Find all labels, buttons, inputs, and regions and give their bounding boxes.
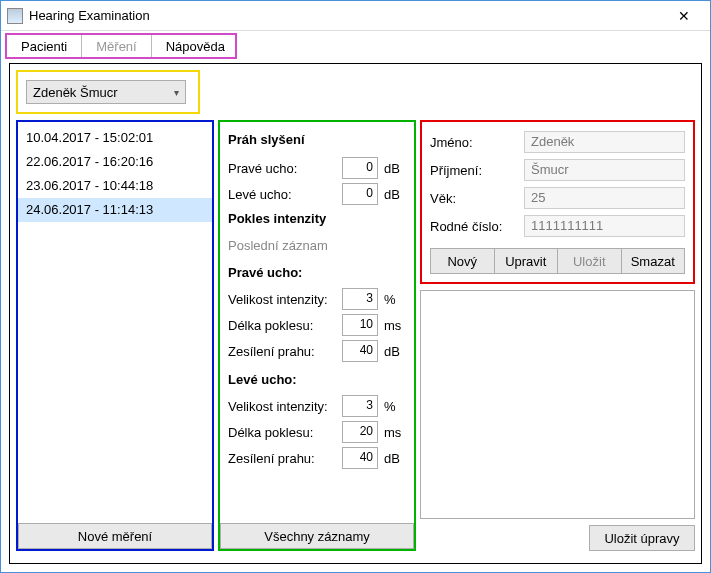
content-frame: Zdeněk Šmucr ▾ 10.04.2017 - 15:02:0122.0… — [9, 63, 702, 564]
delete-patient-button[interactable]: Smazat — [622, 248, 686, 274]
pct-unit: % — [384, 399, 406, 414]
left-gain-value[interactable]: 40 — [342, 447, 378, 469]
right-ear-threshold-label: Pravé ucho: — [228, 161, 336, 176]
save-edits-button[interactable]: Uložit úpravy — [589, 525, 695, 551]
record-item[interactable]: 10.04.2017 - 15:02:01 — [18, 126, 212, 150]
ms-unit: ms — [384, 425, 406, 440]
db-unit: dB — [384, 187, 406, 202]
pct-unit: % — [384, 292, 406, 307]
right-length-label: Délka poklesu: — [228, 318, 336, 333]
db-unit: dB — [384, 161, 406, 176]
titlebar: Hearing Examination ✕ — [1, 1, 710, 31]
db-unit: dB — [384, 344, 406, 359]
close-button[interactable]: ✕ — [664, 5, 704, 27]
app-icon — [7, 8, 23, 24]
right-intensity-label: Velikost intenzity: — [228, 292, 336, 307]
left-ear-heading: Levé ucho: — [228, 372, 406, 387]
save-patient-button[interactable]: Uložit — [558, 248, 622, 274]
right-gain-value[interactable]: 40 — [342, 340, 378, 362]
birth-number-field[interactable]: 1111111111 — [524, 215, 685, 237]
patient-dropdown[interactable]: Zdeněk Šmucr ▾ — [26, 80, 186, 104]
right-ear-threshold-value[interactable]: 0 — [342, 157, 378, 179]
age-label: Věk: — [430, 191, 518, 206]
age-field[interactable]: 25 — [524, 187, 685, 209]
birth-number-label: Rodné číslo: — [430, 219, 518, 234]
tab-measurement[interactable]: Měření — [82, 35, 151, 57]
right-intensity-value[interactable]: 3 — [342, 288, 378, 310]
window-title: Hearing Examination — [29, 8, 150, 23]
right-ear-heading: Pravé ucho: — [228, 265, 406, 280]
records-frame: 10.04.2017 - 15:02:0122.06.2017 - 16:20:… — [16, 120, 214, 551]
left-ear-threshold-label: Levé ucho: — [228, 187, 336, 202]
db-unit: dB — [384, 451, 406, 466]
left-intensity-label: Velikost intenzity: — [228, 399, 336, 414]
record-item[interactable]: 22.06.2017 - 16:20:16 — [18, 150, 212, 174]
first-name-label: Jméno: — [430, 135, 518, 150]
notes-area[interactable] — [420, 290, 695, 519]
edit-patient-button[interactable]: Upravit — [495, 248, 559, 274]
last-name-field[interactable]: Šmucr — [524, 159, 685, 181]
left-intensity-value[interactable]: 3 — [342, 395, 378, 417]
left-gain-label: Zesílení prahu: — [228, 451, 336, 466]
patient-form-frame: Jméno: Zdeněk Příjmení: Šmucr Věk: 25 Ro… — [420, 120, 695, 284]
patient-select-frame: Zdeněk Šmucr ▾ — [16, 70, 200, 114]
new-measurement-button[interactable]: Nové měření — [18, 523, 212, 549]
all-records-button[interactable]: Všechny záznamy — [220, 523, 414, 549]
right-length-value[interactable]: 10 — [342, 314, 378, 336]
tab-patients[interactable]: Pacienti — [7, 35, 82, 57]
records-list[interactable]: 10.04.2017 - 15:02:0122.06.2017 - 16:20:… — [18, 122, 212, 523]
record-item[interactable]: 23.06.2017 - 10:44:18 — [18, 174, 212, 198]
params-frame: Práh slyšení Pravé ucho: 0 dB Levé ucho:… — [218, 120, 416, 551]
new-patient-button[interactable]: Nový — [430, 248, 495, 274]
ms-unit: ms — [384, 318, 406, 333]
left-length-label: Délka poklesu: — [228, 425, 336, 440]
left-ear-threshold-value[interactable]: 0 — [342, 183, 378, 205]
chevron-down-icon: ▾ — [174, 87, 179, 98]
first-name-field[interactable]: Zdeněk — [524, 131, 685, 153]
tab-help[interactable]: Nápověda — [152, 35, 239, 57]
patient-dropdown-value: Zdeněk Šmucr — [33, 85, 118, 100]
right-gain-label: Zesílení prahu: — [228, 344, 336, 359]
right-column: Jméno: Zdeněk Příjmení: Šmucr Věk: 25 Ro… — [420, 120, 695, 551]
tabs: Pacienti Měření Nápověda — [5, 33, 237, 59]
left-length-value[interactable]: 20 — [342, 421, 378, 443]
last-record-label: Poslední záznam — [228, 238, 406, 253]
intensity-decrease-heading: Pokles intenzity — [228, 211, 406, 226]
record-item[interactable]: 24.06.2017 - 11:14:13 — [18, 198, 212, 222]
last-name-label: Příjmení: — [430, 163, 518, 178]
threshold-heading: Práh slyšení — [228, 132, 406, 147]
